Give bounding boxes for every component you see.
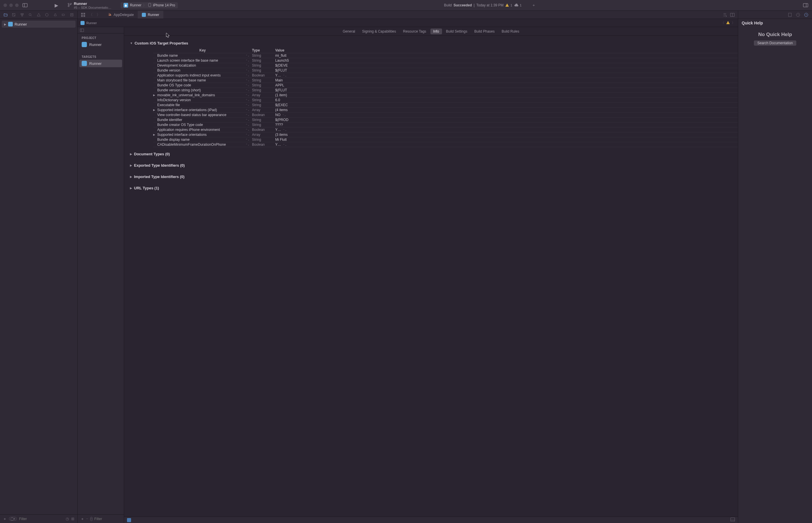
plist-type[interactable]: Boolean — [252, 113, 275, 117]
plist-row[interactable]: Bundle version⌃⌄String$(FLUT — [153, 68, 738, 73]
target-item[interactable]: Runner — [79, 60, 122, 67]
plist-key[interactable]: Bundle OS Type code — [157, 83, 191, 87]
key-type-stepper-icon[interactable]: ⌃⌄ — [246, 99, 252, 102]
plist-value[interactable]: ???? — [275, 123, 738, 127]
col-value-header[interactable]: Value — [275, 48, 738, 52]
report-navigator-icon[interactable] — [70, 13, 74, 17]
plist-value[interactable]: Main — [275, 78, 738, 82]
plist-value[interactable]: Mi Flutt — [275, 138, 738, 142]
tab-build-rules[interactable]: Build Rules — [499, 29, 522, 34]
scheme-selector[interactable]: Runner 〉 iPhone 14 Pro — [120, 2, 178, 8]
branch-info[interactable]: Runner #5 – SDK Documentatio… — [68, 1, 111, 9]
expand-icon[interactable]: ▶ — [153, 108, 156, 111]
expand-icon[interactable]: ▶ — [153, 94, 156, 96]
plist-row[interactable]: Executable file⌃⌄String$(EXEC — [153, 103, 738, 108]
value-stepper-icon[interactable]: ⌃⌄ — [283, 129, 287, 131]
add-target-icon[interactable]: ＋ — [80, 516, 84, 522]
plist-value[interactable]: Y…⌃⌄ — [275, 143, 738, 147]
plist-row[interactable]: Bundle name⌃⌄Stringmi_flutt — [153, 53, 738, 58]
key-type-stepper-icon[interactable]: ⌃⌄ — [246, 84, 252, 87]
plist-type[interactable]: String — [252, 54, 275, 58]
key-type-stepper-icon[interactable]: ⌃⌄ — [246, 59, 252, 62]
plist-row[interactable]: InfoDictionary version⌃⌄String6.0 — [153, 98, 738, 103]
plist-value[interactable]: LaunchS — [275, 58, 738, 62]
plist-type[interactable]: Boolean — [252, 128, 275, 132]
plist-value[interactable]: $(FLUT — [275, 68, 738, 72]
chevron-right-icon[interactable]: ▶ — [4, 23, 6, 26]
plist-value[interactable]: $(FLUT — [275, 88, 738, 92]
plist-key[interactable]: View controller-based status bar appeara… — [157, 113, 226, 117]
project-item[interactable]: Runner — [78, 41, 124, 48]
panel-right-toggle-icon[interactable] — [803, 2, 809, 8]
tab-info[interactable]: Info — [430, 29, 442, 34]
cloud-badge[interactable]: 1 — [514, 3, 522, 7]
tab-signing[interactable]: Signing & Capabilities — [359, 29, 399, 34]
key-type-stepper-icon[interactable]: ⌃⌄ — [246, 109, 252, 111]
plist-row[interactable]: CADisableMinimumFrameDurationOnPhone⌃⌄Bo… — [153, 142, 738, 147]
help-inspector-icon[interactable]: ? — [804, 13, 809, 17]
col-key-header[interactable]: Key — [153, 48, 252, 52]
plist-row[interactable]: Bundle creator OS Type code⌃⌄String???? — [153, 123, 738, 127]
plist-key[interactable]: Main storyboard file base name — [157, 78, 206, 82]
plist-type[interactable]: String — [252, 88, 275, 92]
file-inspector-icon[interactable] — [788, 13, 792, 17]
plist-type[interactable]: Boolean — [252, 143, 275, 147]
plist-key[interactable]: CADisableMinimumFrameDurationOnPhone — [157, 143, 226, 147]
bc-forward-icon[interactable]: 〉 — [732, 21, 735, 25]
add-icon[interactable]: ＋ — [3, 516, 7, 522]
source-control-icon[interactable] — [12, 13, 16, 17]
key-type-stepper-icon[interactable]: ⌃⌄ — [246, 64, 252, 67]
key-type-stepper-icon[interactable]: ⌃⌄ — [246, 54, 252, 57]
plist-key[interactable]: Supported interface orientations — [157, 133, 207, 137]
plist-type[interactable]: Array — [252, 108, 275, 112]
key-type-stepper-icon[interactable]: ⌃⌄ — [246, 104, 252, 106]
panel-toggle-icon[interactable] — [730, 518, 735, 522]
plist-key[interactable]: Bundle identifier — [157, 118, 182, 122]
tab-appdelegate[interactable]: AppDelegate — [104, 11, 138, 19]
value-stepper-icon[interactable]: ⌃⌄ — [282, 114, 286, 116]
plist-key[interactable]: Supported interface orientations (iPad) — [157, 108, 217, 112]
key-type-stepper-icon[interactable]: ⌃⌄ — [246, 69, 252, 72]
remove-target-icon[interactable]: − — [86, 517, 88, 521]
plist-row[interactable]: Bundle identifier⌃⌄String$(PROD — [153, 118, 738, 123]
plist-type[interactable]: Array — [252, 93, 275, 97]
plist-type[interactable]: String — [252, 83, 275, 87]
plist-type[interactable]: String — [252, 123, 275, 127]
plist-key[interactable]: Bundle creator OS Type code — [157, 123, 203, 127]
key-type-stepper-icon[interactable]: ⌃⌄ — [246, 114, 252, 116]
plist-key[interactable]: Bundle display name — [157, 138, 189, 142]
plist-key[interactable]: Executable file — [157, 103, 180, 107]
scm-filter-icon[interactable]: ⊞ — [71, 517, 74, 521]
run-button[interactable]: ▶ — [55, 3, 58, 8]
tab-general[interactable]: General — [340, 29, 358, 34]
warning-badge[interactable]: 1 — [505, 3, 512, 7]
section-header-urltypes[interactable]: ▶ URL Types (1) — [130, 183, 732, 193]
tab-build-phases[interactable]: Build Phases — [471, 29, 497, 34]
plist-row[interactable]: View controller-based status bar appeara… — [153, 112, 738, 118]
key-type-stepper-icon[interactable]: ⌃⌄ — [246, 129, 252, 131]
tab-resource-tags[interactable]: Resource Tags — [400, 29, 429, 34]
plist-type[interactable]: String — [252, 103, 275, 107]
plist-row[interactable]: ▶movable_ink_universal_link_domains⌃⌄Arr… — [153, 93, 738, 98]
search-docs-button[interactable]: Search Documentation — [754, 40, 796, 46]
close-window[interactable] — [3, 3, 7, 7]
plist-value[interactable]: 6.0 — [275, 98, 738, 102]
plist-value[interactable]: (3 items — [275, 133, 738, 137]
tab-runner[interactable]: Runner — [138, 11, 163, 19]
key-type-stepper-icon[interactable]: ⌃⌄ — [246, 94, 252, 96]
plist-key[interactable]: Bundle version string (short) — [157, 88, 201, 92]
key-type-stepper-icon[interactable]: ⌃⌄ — [246, 124, 252, 126]
plist-row[interactable]: Bundle version string (short)⌃⌄String$(F… — [153, 88, 738, 93]
plist-row[interactable]: Application requires iPhone environment⌃… — [153, 127, 738, 132]
plist-row[interactable]: Bundle OS Type code⌃⌄StringAPPL — [153, 83, 738, 88]
plist-type[interactable]: String — [252, 64, 275, 68]
key-type-stepper-icon[interactable]: ⌃⌄ — [246, 119, 252, 121]
recent-icon[interactable]: ◷ — [66, 517, 69, 521]
breadcrumb-item[interactable]: Runner — [86, 21, 97, 25]
plist-row[interactable]: Main storyboard file base name⌃⌄StringMa… — [153, 78, 738, 83]
plist-type[interactable]: String — [252, 58, 275, 62]
plist-row[interactable]: Application supports indirect input even… — [153, 73, 738, 78]
add-tab-icon[interactable]: ＋ — [531, 2, 537, 8]
plist-type[interactable]: String — [252, 118, 275, 122]
folder-navigator-icon[interactable] — [3, 13, 7, 17]
